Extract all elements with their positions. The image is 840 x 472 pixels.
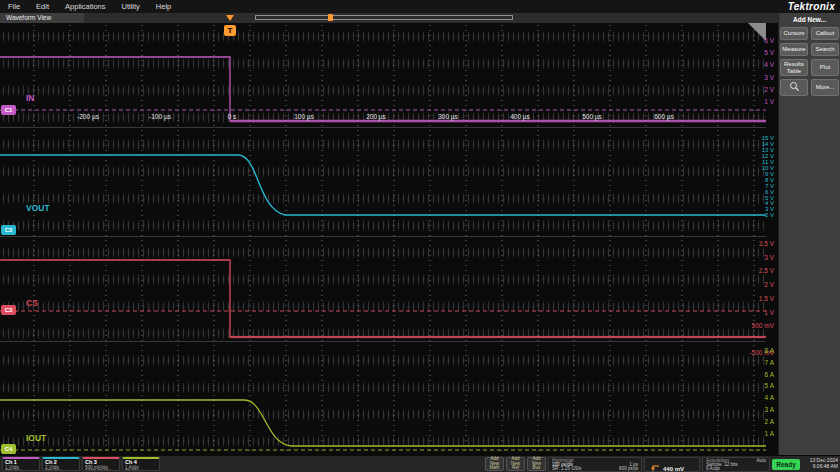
magnifier-icon (789, 81, 800, 94)
ch2-bw: 350 MHz (45, 470, 77, 471)
scale-label: 3 A (765, 404, 774, 416)
record-trigger-marker[interactable] (328, 14, 333, 21)
waveform-ch2-vout (0, 155, 766, 215)
right-sidebar: Add New... Cursors Callout Measure Searc… (778, 13, 840, 455)
bottom-bar: Ch 1 1 V/div 350 MHz Ch 2 2 V/div 350 MH… (0, 455, 840, 472)
scale-label: 500 mV (752, 319, 774, 333)
waveform-ch3-cs (0, 260, 766, 337)
cursors-button[interactable]: Cursors (780, 27, 808, 40)
tektronix-logo: Tektronix (788, 1, 835, 12)
menu-item-applications[interactable]: Applications (57, 2, 113, 11)
time-label: 400 µs (510, 113, 530, 120)
channel-badge-c3[interactable]: C3 (1, 305, 16, 315)
vertical-scale-ch1: 6 V 5 V 4 V 3 V 2 V 1 V (764, 35, 774, 108)
zoom-tools-button[interactable] (780, 79, 808, 96)
sample-rate: SR: 1.25 GS/s (552, 467, 581, 471)
menu-item-help[interactable]: Help (148, 2, 179, 11)
tab-strip: Waveform View (0, 13, 778, 23)
waveform-canvas (0, 23, 766, 455)
scale-label: 4 V (764, 59, 774, 71)
time-label: 300 µs (438, 113, 458, 120)
sidebar-buttons: Cursors Callout Measure Search Results T… (779, 27, 840, 96)
vertical-scale-ch2: 15 V 14 V 13 V 12 V 11 V 10 V 9 V 8 V 7 … (762, 136, 774, 219)
time-label: 0 s (228, 113, 237, 120)
channel-label-cs[interactable]: CS (26, 298, 38, 308)
channel-badge-c4[interactable]: C4 (1, 444, 16, 454)
plot-button[interactable]: Plot (811, 59, 839, 76)
measure-button[interactable]: Measure (780, 43, 808, 56)
menu-bar: File Edit Applications Utility Help Tekt… (0, 0, 840, 13)
scale-label: 5 V (764, 47, 774, 59)
scale-label: 3 V (764, 72, 774, 84)
add-new-math-button[interactable]: Add New Math (485, 457, 504, 471)
channel-label-in[interactable]: IN (26, 93, 35, 103)
more-button[interactable]: More... (811, 79, 839, 96)
channel-label-vout[interactable]: VOUT (26, 203, 50, 213)
scale-label: 5 A (765, 380, 774, 392)
channel-badge-c1[interactable]: C1 (1, 105, 16, 115)
scale-label: 2 V (764, 84, 774, 96)
time-label: 600 µs (654, 113, 674, 120)
ch1-bw: 350 MHz (5, 470, 37, 471)
menu-item-utility[interactable]: Utility (113, 2, 147, 11)
resolution: 800 ps/pt (619, 467, 638, 471)
search-button[interactable]: Search (811, 43, 839, 56)
ch3-badge[interactable]: Ch 3 500 mV/div 1 MΩ 20 MHz (82, 457, 120, 471)
trigger-badge[interactable]: 440 mV (644, 457, 700, 472)
results-table-button[interactable]: Results Table (780, 59, 808, 76)
trigger-position-icon[interactable] (226, 15, 234, 21)
add-new-ref-button[interactable]: Add New Ref (506, 457, 525, 471)
ch4-badge[interactable]: Ch 4 1 A/div 20 MHz (122, 457, 160, 471)
acquisition-count: 0 Acqs (706, 467, 720, 471)
ch2-badge[interactable]: Ch 2 2 V/div 350 MHz (42, 457, 80, 471)
datetime: 13 Dec 2024 6:06:48 AM (802, 458, 838, 469)
time-label: -100 µs (149, 113, 171, 120)
waveform-ch4-iout (0, 400, 766, 446)
time-label: 200 µs (366, 113, 386, 120)
trigger-level-value: 440 mV (663, 466, 684, 472)
scale-label: 3.5 V (752, 237, 774, 251)
channel-badge-c2[interactable]: C2 (1, 225, 16, 235)
waveform-view: T -200 µs -100 µs 0 s 100 µs 200 µs 300 … (0, 23, 778, 455)
scale-label: 3 V (752, 251, 774, 265)
scale-label: 4 A (765, 392, 774, 404)
ch1-badge[interactable]: Ch 1 1 V/div 350 MHz (2, 457, 40, 471)
scale-label: 1 V (764, 96, 774, 108)
time-label: -200 µs (77, 113, 99, 120)
scale-label: 8 A (765, 345, 774, 357)
tab-waveform-view[interactable]: Waveform View (0, 13, 84, 23)
scale-label: 6 A (765, 369, 774, 381)
time-label: 500 µs (582, 113, 602, 120)
ch3-bw: 1 MΩ 20 MHz (85, 470, 117, 471)
vertical-scale-ch3: 3.5 V 3 V 2.5 V 2 V 1.5 V 1 V 500 mV (752, 237, 774, 333)
channel-label-iout[interactable]: IOUT (26, 433, 46, 443)
scale-label: 2 V (762, 213, 774, 219)
time-label-clock: 6:06:48 AM (802, 464, 838, 470)
callout-button[interactable]: Callout (811, 27, 839, 40)
scale-label: 2.5 V (752, 264, 774, 278)
acquisition-mode: Auto (757, 459, 766, 464)
edge-trigger-icon (648, 460, 660, 472)
scale-label: 6 V (764, 35, 774, 47)
menu-item-file[interactable]: File (0, 2, 28, 11)
acquisition-badge[interactable]: Acquisition Auto Sample: 12 bits 0 Acqs (702, 457, 770, 472)
add-new-bus-button[interactable]: Add New Bus (527, 457, 546, 471)
ch4-bw: 20 MHz (125, 470, 157, 471)
scale-label: 2 A (765, 416, 774, 428)
scale-label: 1 A (765, 428, 774, 440)
ready-status: Ready (772, 459, 800, 470)
scale-label: 1 V (752, 306, 774, 320)
record-view-bar[interactable] (255, 15, 513, 20)
scale-label: 7 A (765, 357, 774, 369)
scale-label: 1.5 V (752, 292, 774, 306)
vertical-scale-ch4: 8 A 7 A 6 A 5 A 4 A 3 A 2 A 1 A (765, 345, 774, 439)
waveform-ch1-in (0, 57, 766, 121)
trigger-marker[interactable]: T (224, 25, 236, 36)
horizontal-badge[interactable]: Horizontal 100 µs/div 1 µs SR: 1.25 GS/s… (548, 457, 642, 472)
scale-label: 2 V (752, 278, 774, 292)
menu-item-edit[interactable]: Edit (28, 2, 57, 11)
time-label: 100 µs (294, 113, 314, 120)
add-new-label: Add New... (779, 16, 840, 23)
